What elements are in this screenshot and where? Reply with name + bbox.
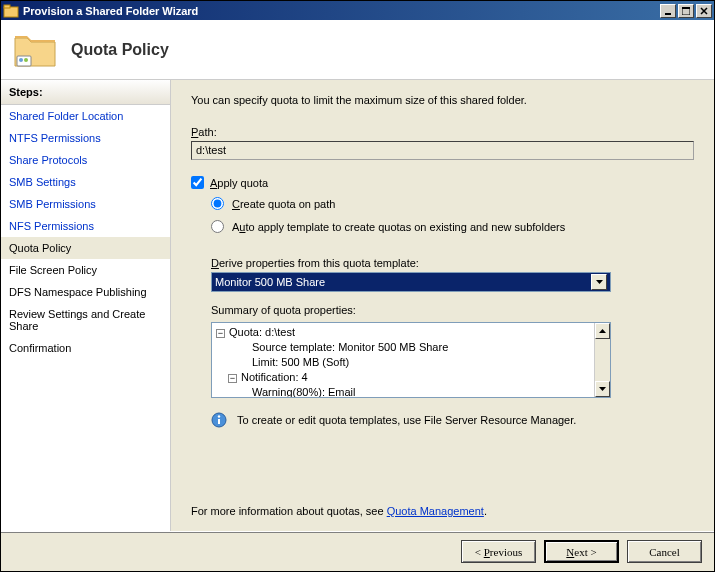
more-info-row: For more information about quotas, see Q… [191,505,694,517]
quota-management-link[interactable]: Quota Management [387,505,484,517]
more-prefix: For more information about quotas, see [191,505,387,517]
sidebar-step-10: Confirmation [1,337,170,359]
sidebar-step-5[interactable]: NFS Permissions [1,215,170,237]
svg-rect-9 [218,419,220,424]
scroll-up-icon[interactable] [595,323,610,339]
dropdown-arrow-icon [591,274,607,290]
window-controls [658,4,712,18]
intro-text: You can specify quota to limit the maxim… [191,94,694,106]
auto-apply-label: Auto apply template to create quotas on … [232,221,565,233]
sidebar-step-0[interactable]: Shared Folder Location [1,105,170,127]
scrollbar[interactable] [594,323,610,397]
wizard-window: Provision a Shared Folder Wizard Quota P… [0,0,715,572]
tree-source: Source template: Monitor 500 MB Share [216,340,590,355]
path-display: d:\test [191,141,694,160]
svg-rect-4 [682,7,690,9]
tree-collapse-icon[interactable]: − [228,374,237,383]
sidebar-step-2[interactable]: Share Protocols [1,149,170,171]
info-text: To create or edit quota templates, use F… [237,414,576,426]
svg-rect-5 [17,56,31,66]
apply-quota-checkbox[interactable] [191,176,204,189]
sidebar-step-6: Quota Policy [1,237,170,259]
derive-label: Derive properties from this quota templa… [211,257,694,269]
summary-tree[interactable]: −Quota: d:\test Source template: Monitor… [212,323,594,397]
wizard-footer: < Previous Next > Cancel [1,531,714,571]
auto-apply-radio[interactable] [211,220,224,233]
quota-mode-group: Create quota on path Auto apply template… [211,197,694,243]
sidebar-step-8: DFS Namespace Publishing [1,281,170,303]
create-quota-label: Create quota on path [232,198,335,210]
steps-heading: Steps: [1,80,170,105]
wizard-header: Quota Policy [1,20,714,80]
scroll-down-icon[interactable] [595,381,610,397]
app-icon [3,3,19,19]
template-dropdown[interactable]: Monitor 500 MB Share [211,272,611,292]
steps-list: Shared Folder LocationNTFS PermissionsSh… [1,105,170,531]
create-quota-radio[interactable] [211,197,224,210]
svg-point-6 [19,58,23,62]
tree-collapse-icon[interactable]: − [216,329,225,338]
wizard-body: Steps: Shared Folder LocationNTFS Permis… [1,80,714,531]
next-button[interactable]: Next > [544,540,619,563]
path-label: Path: [191,126,694,138]
cancel-button[interactable]: Cancel [627,540,702,563]
summary-tree-box: −Quota: d:\test Source template: Monitor… [211,322,611,398]
summary-label: Summary of quota properties: [211,304,694,316]
titlebar: Provision a Shared Folder Wizard [1,1,714,20]
steps-sidebar: Steps: Shared Folder LocationNTFS Permis… [1,80,171,531]
folder-icon [11,26,59,74]
info-icon [211,412,227,428]
tree-notification: −Notification: 4 [216,370,590,385]
page-title: Quota Policy [71,41,169,59]
close-button[interactable] [696,4,712,18]
tree-warning: Warning(80%): Email [216,385,590,397]
sidebar-step-4[interactable]: SMB Permissions [1,193,170,215]
sidebar-step-7: File Screen Policy [1,259,170,281]
tree-root: −Quota: d:\test [216,325,590,340]
template-selected-value: Monitor 500 MB Share [215,276,325,288]
minimize-button[interactable] [660,4,676,18]
svg-rect-2 [665,13,671,15]
svg-point-7 [24,58,28,62]
more-suffix: . [484,505,487,517]
tree-limit: Limit: 500 MB (Soft) [216,355,590,370]
apply-quota-row: Apply quota [191,176,694,189]
svg-rect-1 [4,5,10,8]
apply-quota-label: Apply quota [210,177,268,189]
window-title: Provision a Shared Folder Wizard [23,5,658,17]
info-row: To create or edit quota templates, use F… [211,412,694,428]
previous-button[interactable]: < Previous [461,540,536,563]
svg-point-10 [218,415,220,417]
maximize-button[interactable] [678,4,694,18]
sidebar-step-9: Review Settings and Create Share [1,303,170,337]
sidebar-step-3[interactable]: SMB Settings [1,171,170,193]
sidebar-step-1[interactable]: NTFS Permissions [1,127,170,149]
content-pane: You can specify quota to limit the maxim… [171,80,714,531]
